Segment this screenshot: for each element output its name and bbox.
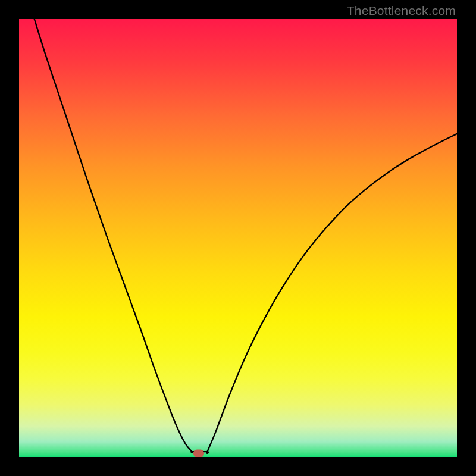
attribution-label: TheBottleneck.com [347, 4, 456, 18]
bottleneck-curve [19, 19, 457, 457]
optimal-point-marker [193, 450, 204, 457]
plot-area [19, 19, 457, 457]
chart-frame: TheBottleneck.com [0, 0, 476, 476]
